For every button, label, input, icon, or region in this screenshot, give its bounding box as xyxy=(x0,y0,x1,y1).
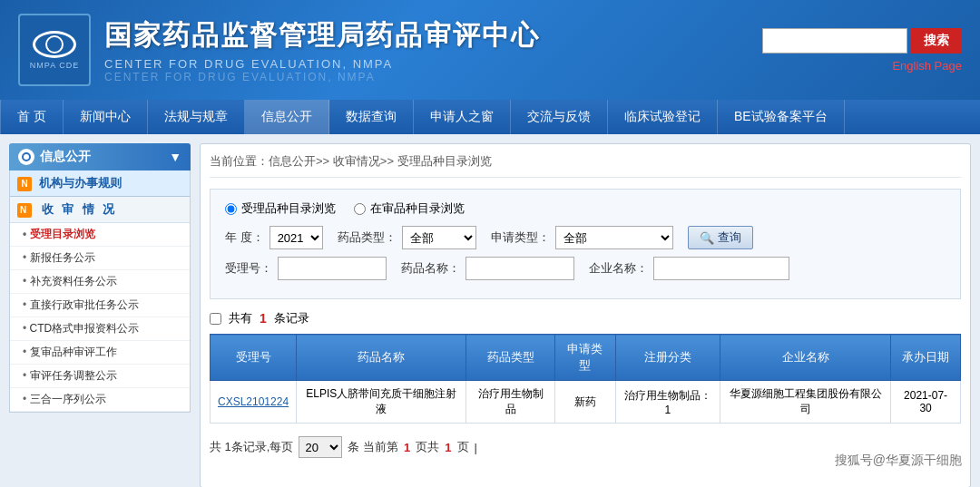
content-area: 当前位置：信息公开>> 收审情况>> 受理品种目录浏览 受理品种目录浏览 在审品… xyxy=(200,143,971,487)
radio-accepted-input[interactable] xyxy=(225,203,237,215)
site-title-cn: 国家药品监督管理局药品审评中心 xyxy=(104,17,762,54)
main-layout: 信息公开 ▼ N 机构与办事规则 N 收 审 情 况 受理目录浏览 新报任务公示… xyxy=(0,134,980,487)
sidebar-subsection-org-label: 机构与办事规则 xyxy=(39,176,122,190)
year-select[interactable]: 2021 2020 2019 2018 xyxy=(270,226,323,249)
breadcrumb-text: 当前位置：信息公开>> 收审情况>> 受理品种目录浏览 xyxy=(210,154,492,168)
header: NMPA CDE 国家药品监督管理局药品审评中心 CENTER FOR DRUG… xyxy=(0,0,980,100)
accept-no-link[interactable]: CXSL2101224 xyxy=(218,395,289,408)
sidebar-subsection-org[interactable]: N 机构与办事规则 xyxy=(10,170,190,197)
form-row-2: 受理号： 药品名称： 企业名称： xyxy=(225,257,946,280)
per-page-select[interactable]: 10 20 50 100 xyxy=(299,436,342,458)
sidebar-section-label: 信息公开 xyxy=(40,149,91,165)
sidebar-subsection-review[interactable]: N 收 审 情 况 xyxy=(10,197,190,223)
drug-name-group: 药品名称： xyxy=(401,257,574,280)
results-count-text: 共有 xyxy=(229,310,252,326)
sidebar-link-new-tasks[interactable]: 新报任务公示 xyxy=(10,247,190,270)
cell-accept-no: CXSL2101224 xyxy=(211,381,297,424)
select-all-checkbox[interactable] xyxy=(210,313,221,325)
company-label: 企业名称： xyxy=(589,260,648,277)
pagination-suffix: 条 当前第 xyxy=(348,439,398,455)
cell-date: 2021-07-30 xyxy=(891,381,961,424)
drug-name-input[interactable] xyxy=(466,257,574,280)
col-drug-type: 药品类型 xyxy=(466,335,554,381)
col-accept-no: 受理号 xyxy=(211,335,297,381)
table-row: CXSL2101224 ELPIS人脐带间充质干细胞注射液 治疗用生物制品 新药… xyxy=(211,381,961,424)
nav-item-info[interactable]: 信息公开 xyxy=(245,100,329,134)
form-row-1: 年 度： 2021 2020 2019 2018 药品类型： 全部 化药 中药 … xyxy=(225,226,946,249)
year-group: 年 度： 2021 2020 2019 2018 xyxy=(225,226,323,249)
sidebar-section-icon xyxy=(18,149,34,165)
sidebar-link-recheck[interactable]: 复审品种审评工作 xyxy=(10,341,190,365)
apply-type-label: 申请类型： xyxy=(491,229,550,246)
nav-item-exchange[interactable]: 交流与反馈 xyxy=(511,100,608,134)
sidebar-link-supplement[interactable]: 补充资料任务公示 xyxy=(10,270,190,294)
header-right: 搜索 English Page xyxy=(762,28,962,73)
drug-type-label: 药品类型： xyxy=(338,229,397,246)
total-pages: 1 xyxy=(445,441,451,454)
search-icon: 🔍 xyxy=(700,231,714,245)
company-input[interactable] xyxy=(653,257,789,280)
breadcrumb: 当前位置：信息公开>> 收审情况>> 受理品种目录浏览 xyxy=(210,153,961,178)
radio-accepted[interactable]: 受理品种目录浏览 xyxy=(225,200,336,217)
apply-type-select[interactable]: 全部 新药 仿制药 进口药 xyxy=(555,226,673,249)
nav-item-applicant[interactable]: 申请人之窗 xyxy=(414,100,511,134)
sidebar-link-admin-approval[interactable]: 直接行政审批任务公示 xyxy=(10,294,190,317)
col-drug-name: 药品名称 xyxy=(297,335,466,381)
main-nav: 首 页 新闻中心 法规与规章 信息公开 数据查询 申请人之窗 交流与反馈 临床试… xyxy=(0,100,980,134)
sidebar-link-ctd[interactable]: CTD格式申报资料公示 xyxy=(10,317,190,341)
radio-reviewing-label: 在审品种目录浏览 xyxy=(370,200,465,217)
results-table: 受理号 药品名称 药品类型 申请类型 注册分类 企业名称 承办日期 CXSL21… xyxy=(210,334,961,424)
results-count-suffix: 条记录 xyxy=(274,310,309,326)
accept-no-input[interactable] xyxy=(278,257,387,280)
search-button[interactable]: 搜索 xyxy=(911,28,962,54)
cell-company: 华夏源细胞工程集团股份有限公司 xyxy=(720,381,891,424)
nav-item-home[interactable]: 首 页 xyxy=(0,100,64,134)
pagination: 共 1条记录,每页 10 20 50 100 条 当前第 1 页共 1 页 | xyxy=(210,433,961,462)
cell-drug-type: 治疗用生物制品 xyxy=(466,381,554,424)
sidebar-body: N 机构与办事规则 N 收 审 情 况 受理目录浏览 新报任务公示 补充资料任务… xyxy=(9,170,191,413)
col-date: 承办日期 xyxy=(891,335,961,381)
sidebar-subsection-review-label: 收 审 情 况 xyxy=(42,202,118,216)
col-reg-class: 注册分类 xyxy=(615,335,720,381)
search-form: 受理品种目录浏览 在审品种目录浏览 年 度： 2021 2020 2019 20… xyxy=(210,189,961,299)
drug-type-select[interactable]: 全部 化药 中药 生物制品 xyxy=(402,226,476,249)
site-title-en-faded: CENTER FOR DRUG EVALUATION, NMPA xyxy=(104,71,762,83)
nav-item-news[interactable]: 新闻中心 xyxy=(64,100,148,134)
nav-item-clinical[interactable]: 临床试验登记 xyxy=(608,100,718,134)
sidebar-subsection-icon: N xyxy=(17,177,32,191)
nav-item-regulations[interactable]: 法规与规章 xyxy=(148,100,245,134)
sidebar-subsection-review-icon: N xyxy=(17,203,32,218)
sidebar-link-triple[interactable]: 三合一序列公示 xyxy=(10,388,190,412)
radio-reviewing-input[interactable] xyxy=(354,203,366,215)
cell-apply-type: 新药 xyxy=(554,381,615,424)
sidebar: 信息公开 ▼ N 机构与办事规则 N 收 审 情 况 受理目录浏览 新报任务公示… xyxy=(9,143,191,487)
sidebar-link-accepted[interactable]: 受理目录浏览 xyxy=(10,223,190,247)
cell-drug-name: ELPIS人脐带间充质干细胞注射液 xyxy=(297,381,466,424)
search-input[interactable] xyxy=(762,28,907,54)
radio-row: 受理品种目录浏览 在审品种目录浏览 xyxy=(225,200,946,217)
nav-item-be[interactable]: BE试验备案平台 xyxy=(718,100,845,134)
search-bar: 搜索 xyxy=(762,28,962,54)
english-page-link[interactable]: English Page xyxy=(892,59,962,73)
logo-emblem xyxy=(33,31,76,58)
drug-name-label: 药品名称： xyxy=(401,260,460,277)
sidebar-section-title: 信息公开 ▼ xyxy=(9,143,191,170)
radio-reviewing[interactable]: 在审品种目录浏览 xyxy=(354,200,465,217)
nav-item-data[interactable]: 数据查询 xyxy=(329,100,414,134)
company-group: 企业名称： xyxy=(589,257,789,280)
sidebar-icon-inner xyxy=(22,152,31,161)
year-label: 年 度： xyxy=(225,229,264,246)
radio-accepted-label: 受理品种目录浏览 xyxy=(241,200,336,217)
query-btn-label: 查询 xyxy=(718,229,741,246)
cell-reg-class: 治疗用生物制品：1 xyxy=(615,381,720,424)
apply-type-group: 申请类型： 全部 新药 仿制药 进口药 xyxy=(491,226,673,249)
pagination-total-suffix: 页 xyxy=(457,439,469,455)
drug-type-group: 药品类型： 全部 化药 中药 生物制品 xyxy=(338,226,476,249)
results-count-num: 1 xyxy=(260,311,267,326)
logo-text: NMPA CDE xyxy=(30,61,79,70)
sidebar-link-task-adjust[interactable]: 审评任务调整公示 xyxy=(10,365,190,388)
sidebar-section-arrow: ▼ xyxy=(169,150,181,164)
accept-no-label: 受理号： xyxy=(225,260,272,277)
query-button[interactable]: 🔍 查询 xyxy=(688,226,753,249)
pagination-total-text: 共 1条记录,每页 xyxy=(210,439,293,455)
